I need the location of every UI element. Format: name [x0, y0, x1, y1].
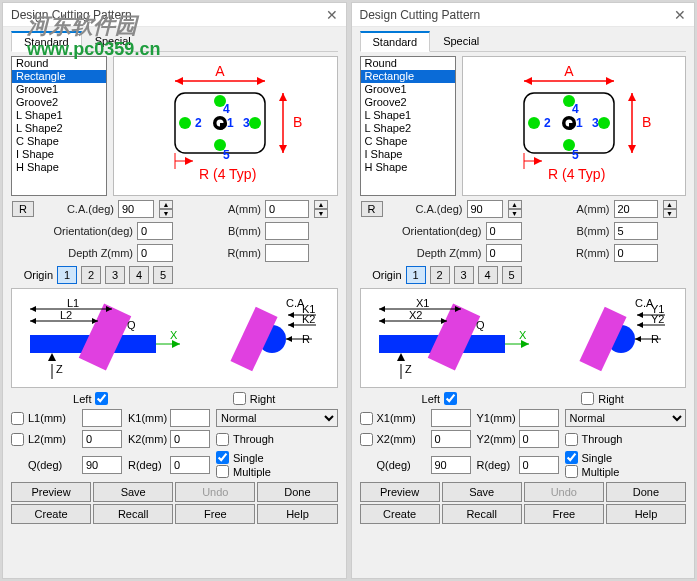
list-item[interactable]: C Shape	[361, 135, 455, 148]
rdeg-input[interactable]	[170, 456, 210, 474]
list-item[interactable]: Round	[12, 57, 106, 70]
a-spin-up[interactable]: ▲	[314, 200, 328, 209]
list-item[interactable]: I Shape	[12, 148, 106, 161]
q-input[interactable]	[431, 456, 471, 474]
ca-input[interactable]	[118, 200, 154, 218]
multiple-checkbox[interactable]	[216, 465, 229, 478]
through-checkbox[interactable]	[565, 433, 578, 446]
undo-button[interactable]: Undo	[524, 482, 604, 502]
left-checkbox[interactable]	[95, 392, 108, 405]
list-item[interactable]: Rectangle	[361, 70, 455, 83]
multiple-checkbox[interactable]	[565, 465, 578, 478]
free-button[interactable]: Free	[175, 504, 255, 524]
b-input[interactable]	[265, 222, 309, 240]
q-input[interactable]	[82, 456, 122, 474]
r-input[interactable]	[614, 244, 658, 262]
origin-button-3[interactable]: 3	[105, 266, 125, 284]
preview-button[interactable]: Preview	[360, 482, 440, 502]
tab-standard[interactable]: Standard	[11, 31, 82, 52]
right-checkbox[interactable]	[581, 392, 594, 405]
r-button[interactable]: R	[12, 201, 34, 217]
help-button[interactable]: Help	[257, 504, 337, 524]
l2-input[interactable]	[82, 430, 122, 448]
l1-enable-checkbox[interactable]	[360, 412, 373, 425]
tab-special[interactable]: Special	[82, 31, 144, 51]
k1-input[interactable]	[170, 409, 210, 427]
mode-select[interactable]: Normal	[216, 409, 338, 427]
origin-button-4[interactable]: 4	[478, 266, 498, 284]
single-checkbox[interactable]	[565, 451, 578, 464]
list-item[interactable]: L Shape1	[361, 109, 455, 122]
origin-button-2[interactable]: 2	[430, 266, 450, 284]
shape-list[interactable]: RoundRectangleGroove1Groove2L Shape1L Sh…	[11, 56, 107, 196]
k1-input[interactable]	[519, 409, 559, 427]
l1-input[interactable]	[431, 409, 471, 427]
orientation-input[interactable]	[137, 222, 173, 240]
list-item[interactable]: C Shape	[12, 135, 106, 148]
list-item[interactable]: Rectangle	[12, 70, 106, 83]
list-item[interactable]: Groove2	[12, 96, 106, 109]
l2-enable-checkbox[interactable]	[11, 433, 24, 446]
ca-input[interactable]	[467, 200, 503, 218]
done-button[interactable]: Done	[257, 482, 337, 502]
free-button[interactable]: Free	[524, 504, 604, 524]
shape-list[interactable]: RoundRectangleGroove1Groove2L Shape1L Sh…	[360, 56, 456, 196]
depth-input[interactable]	[137, 244, 173, 262]
list-item[interactable]: L Shape1	[12, 109, 106, 122]
create-button[interactable]: Create	[360, 504, 440, 524]
l2-enable-checkbox[interactable]	[360, 433, 373, 446]
save-button[interactable]: Save	[93, 482, 173, 502]
recall-button[interactable]: Recall	[442, 504, 522, 524]
list-item[interactable]: Round	[361, 57, 455, 70]
right-checkbox[interactable]	[233, 392, 246, 405]
l1-enable-checkbox[interactable]	[11, 412, 24, 425]
k2-input[interactable]	[519, 430, 559, 448]
left-checkbox[interactable]	[444, 392, 457, 405]
orientation-input[interactable]	[486, 222, 522, 240]
create-button[interactable]: Create	[11, 504, 91, 524]
a-input[interactable]	[265, 200, 309, 218]
ca-spin-up[interactable]: ▲	[508, 200, 522, 209]
origin-button-1[interactable]: 1	[406, 266, 426, 284]
a-input[interactable]	[614, 200, 658, 218]
origin-button-4[interactable]: 4	[129, 266, 149, 284]
preview-button[interactable]: Preview	[11, 482, 91, 502]
rdeg-input[interactable]	[519, 456, 559, 474]
mode-select[interactable]: Normal	[565, 409, 687, 427]
a-spin-down[interactable]: ▼	[663, 209, 677, 218]
origin-button-1[interactable]: 1	[57, 266, 77, 284]
l1-input[interactable]	[82, 409, 122, 427]
ca-spin-down[interactable]: ▼	[159, 209, 173, 218]
undo-button[interactable]: Undo	[175, 482, 255, 502]
ca-spin-up[interactable]: ▲	[159, 200, 173, 209]
tab-standard[interactable]: Standard	[360, 31, 431, 52]
list-item[interactable]: L Shape2	[12, 122, 106, 135]
origin-button-5[interactable]: 5	[502, 266, 522, 284]
list-item[interactable]: Groove2	[361, 96, 455, 109]
k2-input[interactable]	[170, 430, 210, 448]
r-button[interactable]: R	[361, 201, 383, 217]
through-checkbox[interactable]	[216, 433, 229, 446]
list-item[interactable]: Groove1	[361, 83, 455, 96]
a-spin-down[interactable]: ▼	[314, 209, 328, 218]
b-input[interactable]	[614, 222, 658, 240]
done-button[interactable]: Done	[606, 482, 686, 502]
l2-input[interactable]	[431, 430, 471, 448]
list-item[interactable]: L Shape2	[361, 122, 455, 135]
r-input[interactable]	[265, 244, 309, 262]
list-item[interactable]: H Shape	[12, 161, 106, 174]
list-item[interactable]: I Shape	[361, 148, 455, 161]
tab-special[interactable]: Special	[430, 31, 492, 51]
origin-button-3[interactable]: 3	[454, 266, 474, 284]
list-item[interactable]: Groove1	[12, 83, 106, 96]
save-button[interactable]: Save	[442, 482, 522, 502]
close-icon[interactable]: ✕	[674, 9, 686, 21]
a-spin-up[interactable]: ▲	[663, 200, 677, 209]
ca-spin-down[interactable]: ▼	[508, 209, 522, 218]
depth-input[interactable]	[486, 244, 522, 262]
origin-button-5[interactable]: 5	[153, 266, 173, 284]
origin-button-2[interactable]: 2	[81, 266, 101, 284]
recall-button[interactable]: Recall	[93, 504, 173, 524]
list-item[interactable]: H Shape	[361, 161, 455, 174]
single-checkbox[interactable]	[216, 451, 229, 464]
